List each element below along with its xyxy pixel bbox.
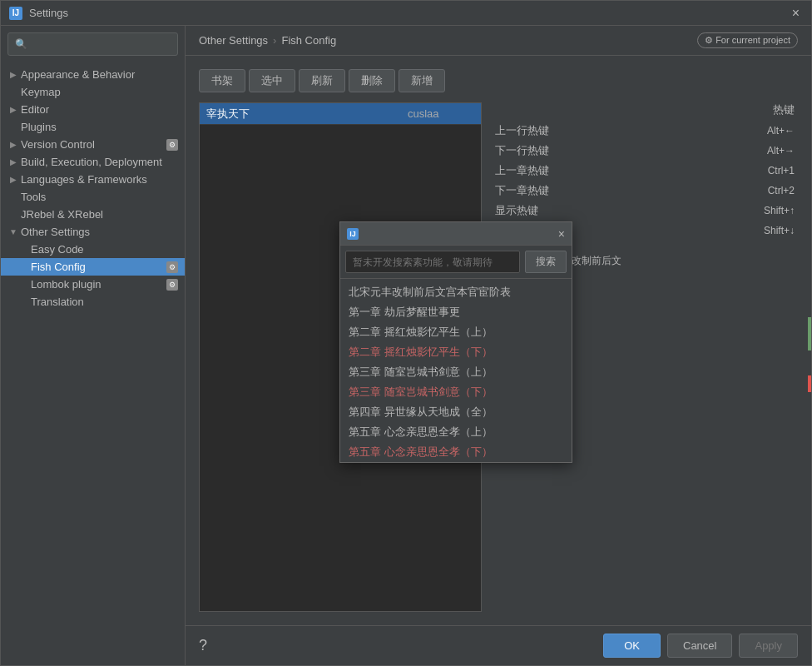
sidebar-item-label: Plugins bbox=[21, 121, 178, 133]
sidebar-item-keymap[interactable]: Keymap bbox=[1, 83, 185, 101]
expand-icon bbox=[17, 244, 29, 256]
window-title: Settings bbox=[29, 7, 789, 19]
popup-dialog: IJ × 搜索 北宋元丰改制前后文宫本官宦阶表 第一章 劫后梦醒世事更 第二章 … bbox=[339, 221, 572, 463]
hotkey-label: 上一行热键 bbox=[495, 123, 767, 138]
popup-search-input[interactable] bbox=[345, 251, 520, 273]
list-item-text: 北宋元丰改制前后文宫本官宦阶表 bbox=[349, 285, 511, 300]
popup-title-bar: IJ × bbox=[340, 222, 572, 246]
hotkey-row-prev-line: 上一行热键 Alt+← bbox=[492, 121, 798, 141]
hotkey-row-next-line: 下一行热键 Alt+→ bbox=[492, 141, 798, 161]
hotkey-value: Shift+↓ bbox=[764, 225, 795, 236]
sidebar-item-appearance[interactable]: ▶ Appearance & Behavior bbox=[1, 66, 185, 83]
expand-icon bbox=[7, 87, 19, 98]
sidebar-item-label: Easy Code bbox=[31, 243, 178, 256]
breadcrumb-current: Fish Config bbox=[281, 34, 336, 47]
sidebar-item-jrebel[interactable]: JRebel & XRebel bbox=[1, 206, 185, 223]
sidebar-item-other-settings[interactable]: ▼ Other Settings bbox=[1, 223, 185, 241]
hotkey-value: Alt+→ bbox=[767, 145, 795, 157]
list-item[interactable]: 第一章 劫后梦醒世事更 bbox=[340, 302, 572, 322]
select-button[interactable]: 选中 bbox=[249, 69, 295, 92]
settings-badge: ⚙ bbox=[166, 261, 178, 273]
list-item[interactable]: 第三章 随室岂城书剑意（下） bbox=[340, 382, 572, 402]
list-item[interactable]: 第五章 心念亲思恩全孝（下） bbox=[340, 442, 572, 462]
hotkey-value: Ctrl+2 bbox=[768, 185, 795, 196]
green-indicator bbox=[808, 317, 811, 350]
red-indicator bbox=[808, 375, 811, 392]
popup-icon: IJ bbox=[347, 228, 359, 240]
list-item[interactable]: 第二章 摇红烛影忆平生（下） bbox=[340, 342, 572, 362]
cancel-button[interactable]: Cancel bbox=[667, 634, 732, 658]
popup-list: 北宋元丰改制前后文宫本官宦阶表 第一章 劫后梦醒世事更 第二章 摇红烛影忆平生（… bbox=[340, 279, 572, 462]
search-input[interactable] bbox=[31, 38, 171, 50]
sidebar-item-label: Tools bbox=[21, 191, 178, 203]
expand-icon: ▶ bbox=[7, 174, 19, 186]
expand-icon bbox=[7, 209, 19, 221]
sidebar-item-lombok-plugin[interactable]: Lombok plugin ⚙ bbox=[1, 276, 185, 293]
list-item[interactable]: 第二章 摇红烛影忆平生（上） bbox=[340, 322, 572, 342]
list-item[interactable]: 第四章 异世缘从天地成（全） bbox=[340, 402, 572, 422]
refresh-button[interactable]: 刷新 bbox=[299, 69, 345, 92]
list-item[interactable]: 第五章 心念亲思恩全孝（上） bbox=[340, 422, 572, 442]
hotkey-value: Alt+← bbox=[767, 125, 795, 137]
sidebar-item-label: Fish Config bbox=[31, 261, 163, 273]
sidebar-item-easy-code[interactable]: Easy Code bbox=[1, 241, 185, 258]
sidebar-item-build[interactable]: ▶ Build, Execution, Deployment bbox=[1, 153, 185, 171]
hotkeys-header: 热键 bbox=[492, 102, 798, 117]
tree-area: ▶ Appearance & Behavior Keymap ▶ Editor … bbox=[1, 62, 185, 665]
sidebar-item-label: Editor bbox=[21, 103, 178, 116]
expand-icon: ▶ bbox=[7, 157, 19, 168]
ok-button[interactable]: OK bbox=[603, 634, 661, 658]
settings-badge: ⚙ bbox=[166, 139, 178, 151]
expand-icon bbox=[17, 261, 29, 273]
close-button[interactable]: × bbox=[789, 6, 803, 21]
sidebar-item-label: Languages & Frameworks bbox=[21, 173, 178, 186]
apply-button[interactable]: Apply bbox=[739, 634, 798, 658]
hotkey-value: Shift+↑ bbox=[764, 205, 795, 216]
expand-icon bbox=[17, 279, 29, 291]
list-item-text: 第五章 心念亲思恩全孝（上） bbox=[349, 425, 493, 440]
list-item-text: 第四章 异世缘从天地成（全） bbox=[349, 405, 493, 420]
sidebar-item-label: Build, Execution, Deployment bbox=[21, 156, 178, 168]
search-box[interactable]: 🔍 bbox=[7, 32, 178, 56]
sidebar-item-label: Version Control bbox=[21, 138, 163, 151]
hotkey-label: 下一章热键 bbox=[495, 183, 768, 198]
bookshelf-button[interactable]: 书架 bbox=[199, 69, 245, 92]
book-author-cell: cuslaa bbox=[408, 107, 474, 120]
project-badge-text: ⚙ For current project bbox=[705, 35, 790, 46]
hotkey-row-show: 显示热键 Shift+↑ bbox=[492, 201, 798, 221]
sidebar-item-label: Other Settings bbox=[21, 226, 178, 238]
list-item[interactable]: 北宋元丰改制前后文宫本官宦阶表 bbox=[340, 282, 572, 302]
help-button[interactable]: ? bbox=[199, 637, 207, 654]
sidebar-item-fish-config[interactable]: Fish Config ⚙ bbox=[1, 258, 185, 276]
breadcrumb-separator: › bbox=[273, 34, 276, 47]
sidebar-item-label: Keymap bbox=[21, 86, 178, 98]
list-item[interactable]: 第三章 随室岂城书剑意（上） bbox=[340, 362, 572, 382]
popup-close-button[interactable]: × bbox=[558, 227, 565, 241]
hotkey-label: 下一行热键 bbox=[495, 143, 767, 158]
project-badge: ⚙ For current project bbox=[697, 32, 798, 48]
breadcrumb-bar: Other Settings › Fish Config ⚙ For curre… bbox=[186, 26, 811, 56]
expand-icon: ▶ bbox=[7, 69, 19, 81]
expand-icon: ▼ bbox=[7, 226, 19, 238]
sidebar-item-plugins[interactable]: Plugins bbox=[1, 118, 185, 136]
delete-button[interactable]: 删除 bbox=[349, 69, 395, 92]
search-icon: 🔍 bbox=[15, 38, 27, 50]
table-row[interactable]: 宰执天下 cuslaa bbox=[200, 103, 481, 125]
add-button[interactable]: 新增 bbox=[399, 69, 445, 92]
list-item-text: 第三章 随室岂城书剑意（下） bbox=[349, 385, 493, 400]
sidebar-item-label: Lombok plugin bbox=[31, 278, 163, 291]
sidebar-item-translation[interactable]: Translation bbox=[1, 293, 185, 311]
breadcrumb-parent: Other Settings bbox=[199, 34, 268, 47]
list-item-text: 第二章 摇红烛影忆平生（上） bbox=[349, 325, 493, 340]
sidebar-item-tools[interactable]: Tools bbox=[1, 188, 185, 206]
hotkey-value: Ctrl+1 bbox=[768, 165, 795, 176]
app-icon: IJ bbox=[9, 7, 22, 20]
hotkey-label: 显示热键 bbox=[495, 203, 764, 218]
sidebar-item-languages[interactable]: ▶ Languages & Frameworks bbox=[1, 171, 185, 188]
title-bar: IJ Settings × bbox=[1, 1, 811, 26]
hotkeys-section: 热键 上一行热键 Alt+← 下一行热键 Alt+→ 上一章 bbox=[492, 102, 798, 241]
expand-icon bbox=[7, 191, 19, 203]
sidebar-item-editor[interactable]: ▶ Editor bbox=[1, 101, 185, 118]
popup-search-button[interactable]: 搜索 bbox=[525, 251, 567, 273]
sidebar-item-version-control[interactable]: ▶ Version Control ⚙ bbox=[1, 136, 185, 153]
